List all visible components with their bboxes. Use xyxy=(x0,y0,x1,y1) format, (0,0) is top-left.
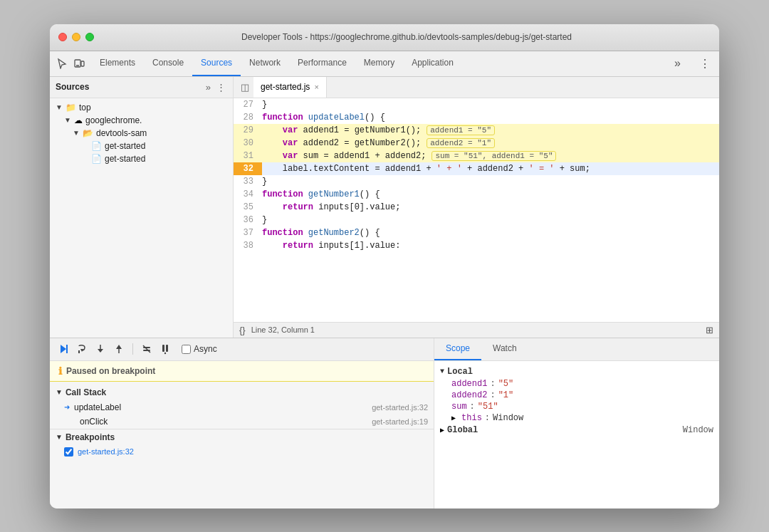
tree-item-devtools-sample[interactable]: ▼ 📂 devtools-sam xyxy=(50,127,233,140)
scope-value-this: Window xyxy=(493,413,523,423)
line-content-30: var addend2 = getNumber2();addend2 = "1" xyxy=(262,137,719,150)
file-tree: ▼ 📁 top ▼ ☁ googlechrome. ▼ 📂 devtools-s… xyxy=(50,98,233,338)
code-nav-icon[interactable]: ◫ xyxy=(236,80,253,94)
tab-network[interactable]: Network xyxy=(241,51,289,76)
code-editor[interactable]: 27 } 28 function updateLabel() { 29 var … xyxy=(234,98,719,322)
cursor-icon[interactable] xyxy=(56,57,68,70)
line-number-28: 28 xyxy=(234,111,262,124)
device-icon[interactable] xyxy=(73,57,85,70)
scope-local-header[interactable]: ▼ Local xyxy=(440,365,713,378)
code-line-36[interactable]: 36 } xyxy=(234,214,719,226)
scope-item-addend1[interactable]: addend1 : "5" xyxy=(440,378,713,390)
tab-scope[interactable]: Scope xyxy=(434,338,481,360)
svg-line-11 xyxy=(143,345,150,353)
file-icon: 📄 xyxy=(91,154,102,164)
tab-watch[interactable]: Watch xyxy=(481,338,528,360)
scope-item-sum[interactable]: sum : "51" xyxy=(440,401,713,412)
line-number-32: 32 xyxy=(234,162,262,175)
svg-marker-8 xyxy=(98,349,103,353)
tree-item-top[interactable]: ▼ 📁 top xyxy=(50,101,233,114)
code-line-30[interactable]: 30 var addend2 = getNumber2();addend2 = … xyxy=(234,137,719,150)
breakpoints-section: ▼ Breakpoints get-started.js:32 xyxy=(50,429,434,459)
call-location-updateLabel: get-started.js:32 xyxy=(372,403,428,412)
tab-memory[interactable]: Memory xyxy=(355,51,403,76)
code-line-31[interactable]: 31 var sum = addend1 + addend2;sum = "51… xyxy=(234,150,719,162)
tree-label-file2: get-started xyxy=(105,154,145,164)
svg-point-16 xyxy=(164,353,166,354)
tab-sources[interactable]: Sources xyxy=(192,51,241,76)
sources-sidebar: Sources » ⋮ ▼ 📁 top ▼ ☁ googlechrome. xyxy=(50,77,234,338)
call-stack-item-updateLabel[interactable]: ➜ updateLabel get-started.js:32 xyxy=(50,400,434,414)
paused-banner: ℹ Paused on breakpoint xyxy=(50,361,434,382)
scope-item-this[interactable]: ▶ this : Window xyxy=(440,412,713,424)
code-tab-get-started[interactable]: get-started.js × xyxy=(253,77,327,98)
status-bar-icon: {} xyxy=(239,325,246,335)
step-out-button[interactable] xyxy=(111,341,127,357)
deactivate-breakpoints-button[interactable] xyxy=(139,341,155,357)
code-line-37[interactable]: 37 function getNumber2() { xyxy=(234,226,719,239)
status-bar-expand[interactable]: ⊞ xyxy=(706,325,713,335)
tab-console[interactable]: Console xyxy=(144,51,192,76)
line-content-28: function updateLabel() { xyxy=(262,111,719,124)
tab-application[interactable]: Application xyxy=(403,51,462,76)
this-expand-arrow: ▶ xyxy=(451,414,456,422)
scope-local-title: Local xyxy=(447,367,473,377)
step-over-button[interactable] xyxy=(74,341,90,357)
tab-performance[interactable]: Performance xyxy=(289,51,355,76)
tree-label-devtools-sample: devtools-sam xyxy=(96,128,147,138)
async-checkbox[interactable] xyxy=(182,345,191,354)
scope-value-addend2: "1" xyxy=(498,390,514,400)
code-line-33[interactable]: 33 } xyxy=(234,175,719,188)
breakpoints-header[interactable]: ▼ Breakpoints xyxy=(50,429,434,445)
pause-on-exceptions-button[interactable] xyxy=(157,341,173,357)
svg-rect-12 xyxy=(143,347,150,348)
sidebar-header-icons: » ⋮ xyxy=(204,80,227,94)
devtools-menu-button[interactable]: ⋮ xyxy=(696,57,713,71)
scope-global-header[interactable]: ▶ Global Window xyxy=(440,424,713,437)
resume-button[interactable] xyxy=(56,341,71,357)
code-tab-close[interactable]: × xyxy=(314,83,318,91)
scope-panel: Scope Watch ▼ Local addend1 : "5" addend… xyxy=(434,338,719,508)
global-expand-arrow: ▶ xyxy=(440,426,444,434)
tab-elements[interactable]: Elements xyxy=(91,51,144,76)
async-checkbox-container: Async xyxy=(182,344,217,354)
tree-item-get-started-2[interactable]: 📄 get-started xyxy=(50,152,233,165)
call-stack-header[interactable]: ▼ Call Stack xyxy=(50,385,434,400)
line-content-37: function getNumber2() { xyxy=(262,226,719,239)
breakpoint-label-1: get-started.js:32 xyxy=(78,447,134,456)
call-stack-item-onClick[interactable]: onClick get-started.js:19 xyxy=(50,414,434,429)
code-line-38[interactable]: 38 return inputs[1].value: xyxy=(234,239,719,252)
step-into-button[interactable] xyxy=(93,341,108,357)
line-content-34: function getNumber1() { xyxy=(262,188,719,201)
code-line-27[interactable]: 27 } xyxy=(234,98,719,111)
scope-global-value: Window xyxy=(683,425,713,435)
code-line-32[interactable]: 32 label.textContent = addend1 + ' + ' +… xyxy=(234,162,719,175)
code-line-35[interactable]: 35 return inputs[0].value; xyxy=(234,201,719,214)
code-line-34[interactable]: 34 function getNumber1() { xyxy=(234,188,719,201)
breakpoint-item-1[interactable]: get-started.js:32 xyxy=(50,445,434,459)
call-name-onClick: onClick xyxy=(80,417,372,427)
line-content-27: } xyxy=(262,98,719,111)
maximize-button[interactable] xyxy=(85,33,94,41)
scope-global-title: Global xyxy=(447,425,478,435)
tree-item-get-started-1[interactable]: 📄 get-started xyxy=(50,140,233,152)
tree-item-googlechrome[interactable]: ▼ ☁ googlechrome. xyxy=(50,114,233,127)
svg-rect-4 xyxy=(66,345,68,353)
sidebar-more-icon[interactable]: » xyxy=(204,80,212,94)
traffic-lights xyxy=(58,33,94,41)
sources-sidebar-title: Sources xyxy=(56,82,204,92)
code-status-bar: {} Line 32, Column 1 ⊞ xyxy=(234,322,719,338)
close-button[interactable] xyxy=(58,33,67,41)
main-content: Sources » ⋮ ▼ 📁 top ▼ ☁ googlechrome. xyxy=(50,77,719,338)
more-tabs-button[interactable]: » xyxy=(670,57,685,70)
scope-colon: : xyxy=(490,390,495,400)
code-line-28[interactable]: 28 function updateLabel() { xyxy=(234,111,719,124)
breakpoint-checkbox-1[interactable] xyxy=(64,447,73,457)
code-line-29[interactable]: 29 var addend1 = getNumber1();addend1 = … xyxy=(234,124,719,137)
annotation-29: addend1 = "5" xyxy=(427,125,495,135)
minimize-button[interactable] xyxy=(72,33,80,41)
scope-item-addend2[interactable]: addend2 : "1" xyxy=(440,390,713,401)
sidebar-menu-icon[interactable]: ⋮ xyxy=(215,80,227,94)
line-number-35: 35 xyxy=(234,201,262,214)
tree-arrow: ▼ xyxy=(56,103,63,111)
